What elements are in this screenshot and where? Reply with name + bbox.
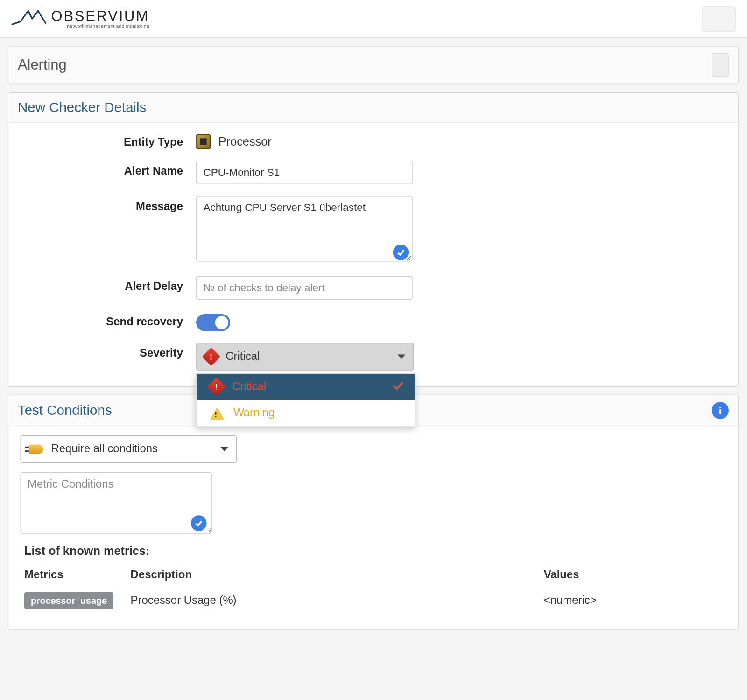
metric-chip[interactable]: processor_usage: [24, 592, 113, 609]
panel-drag-handle[interactable]: [712, 53, 729, 77]
severity-select[interactable]: ! Critical: [196, 343, 414, 371]
conditions-panel-title: Test Conditions: [18, 403, 112, 419]
severity-option-warning[interactable]: ! Warning: [197, 400, 415, 426]
col-description: Description: [128, 565, 540, 586]
alert-delay-input[interactable]: [196, 276, 413, 300]
info-icon[interactable]: i: [712, 402, 729, 419]
metric-conditions-textarea[interactable]: [21, 472, 212, 534]
known-metrics-table: Metrics Description Values processor_usa…: [21, 563, 726, 616]
conditions-mode-select[interactable]: Require all conditions: [21, 435, 237, 463]
checkmark-icon: [392, 380, 404, 393]
entity-type-label: Entity Type: [21, 132, 197, 149]
warning-icon: !: [210, 407, 225, 420]
severity-label: Severity: [21, 343, 197, 360]
plug-icon: [29, 445, 43, 454]
col-metrics: Metrics: [21, 565, 127, 586]
nav-menu-button[interactable]: [702, 6, 736, 32]
send-recovery-label: Send recovery: [21, 311, 197, 329]
test-conditions-panel: Test Conditions i Require all conditions…: [8, 395, 739, 630]
navbar: OBSERVIUM network management and monitor…: [0, 0, 747, 38]
checkmark-icon: [393, 245, 409, 260]
col-values: Values: [541, 565, 725, 586]
entity-type-value: Processor: [218, 135, 272, 149]
page-title: Alerting: [18, 56, 67, 74]
alert-name-label: Alert Name: [21, 161, 197, 178]
option-label: Critical: [232, 380, 266, 393]
metric-values: <numeric>: [541, 587, 725, 614]
checkmark-icon: [191, 515, 207, 531]
option-label: Warning: [233, 406, 275, 420]
message-label: Message: [21, 196, 197, 213]
logo: OBSERVIUM network management and monitor…: [10, 6, 149, 32]
send-recovery-toggle[interactable]: [196, 314, 230, 331]
critical-icon: !: [207, 378, 226, 396]
conditions-mode-value: Require all conditions: [51, 442, 158, 455]
table-row: processor_usage Processor Usage (%) <num…: [21, 587, 725, 614]
checker-panel-title: New Checker Details: [18, 100, 146, 116]
severity-option-critical[interactable]: ! Critical: [197, 374, 415, 400]
page-header-panel: Alerting: [8, 46, 739, 84]
brand-name: OBSERVIUM: [51, 9, 149, 24]
chevron-down-icon: [220, 447, 228, 452]
checker-details-panel: New Checker Details Entity Type Processo…: [8, 92, 739, 387]
metric-description: Processor Usage (%): [128, 587, 540, 614]
message-textarea[interactable]: Achtung CPU Server S1 überlastet: [196, 196, 413, 261]
severity-selected-value: Critical: [226, 350, 260, 363]
critical-icon: !: [202, 347, 221, 366]
logo-icon: [10, 6, 49, 32]
chevron-down-icon: [397, 354, 405, 359]
brand-tagline: network management and monitoring: [67, 24, 149, 28]
alert-name-input[interactable]: [196, 161, 413, 184]
processor-icon: [196, 134, 211, 149]
alert-delay-label: Alert Delay: [21, 276, 197, 294]
known-metrics-title: List of known metrics:: [24, 544, 726, 558]
severity-dropdown: ! Critical ! Warning: [196, 373, 415, 427]
